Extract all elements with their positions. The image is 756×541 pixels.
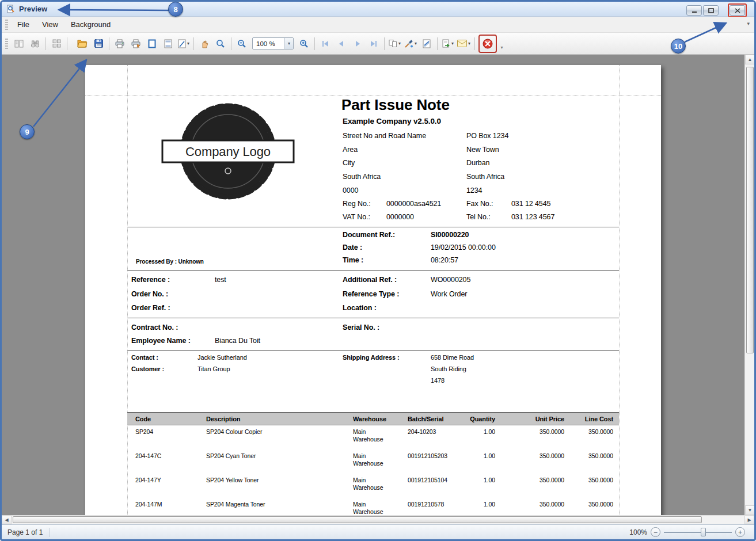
toolbar-separator	[384, 37, 385, 50]
zoom-slider-track[interactable]	[664, 532, 732, 533]
close-button[interactable]	[730, 5, 745, 16]
additional-ref-label: Additional Ref. :	[343, 276, 397, 284]
zoom-in-circle-button[interactable]: +	[735, 527, 745, 537]
save-button[interactable]	[90, 36, 107, 52]
table-row: 204-147MSP204 Magenta TonerMain Warehous…	[127, 498, 619, 515]
toolbar-separator	[314, 37, 315, 50]
scroll-right-icon: ▶	[747, 517, 751, 523]
menu-background[interactable]: Background	[64, 18, 117, 31]
toolbar-separator	[45, 37, 46, 50]
open-button[interactable]	[74, 36, 90, 52]
table-cell: 350.0000	[567, 501, 619, 515]
export-document-button[interactable]: ▾	[440, 36, 455, 52]
scroll-down-icon: ▼	[748, 508, 753, 513]
zoom-slider[interactable]	[664, 527, 732, 537]
menu-view[interactable]: View	[36, 18, 64, 31]
scroll-left-button[interactable]: ◀	[2, 516, 12, 524]
scroll-down-button[interactable]: ▼	[745, 505, 754, 515]
vertical-scrollbar[interactable]: ▲ ▼	[744, 55, 754, 515]
table-header-cell: Unit Price	[498, 416, 567, 422]
next-page-button[interactable]	[349, 36, 366, 52]
horizontal-scrollbar-track[interactable]: ▶	[12, 516, 744, 524]
page-setup-button[interactable]	[144, 36, 160, 52]
fax-no-label: Fax No.:	[466, 200, 511, 208]
scroll-right-button[interactable]: ▶	[744, 516, 754, 524]
toolbar-separator	[109, 37, 109, 50]
page-color-button[interactable]: ▾	[402, 36, 419, 52]
right-margin-guide	[619, 65, 620, 515]
window-controls	[685, 3, 747, 17]
table-cell: 1.00	[462, 501, 498, 515]
watermark-icon	[423, 39, 431, 48]
scroll-up-button[interactable]: ▲	[745, 55, 754, 64]
reference-type-value: Work Order	[431, 290, 467, 298]
document-map-button[interactable]	[11, 36, 27, 52]
minimize-button[interactable]	[686, 5, 702, 16]
first-page-button[interactable]	[317, 36, 333, 52]
send-email-button[interactable]: ▾	[455, 36, 472, 52]
toolbar-grip[interactable]	[5, 39, 8, 49]
table-cell: SP204 Cyan Toner	[200, 452, 347, 474]
processed-by: Processed By : Unknown	[136, 258, 204, 265]
horizontal-scrollbar-thumb[interactable]	[13, 516, 702, 523]
export-document-icon	[442, 39, 450, 48]
menubar-grip[interactable]	[5, 20, 8, 30]
preview-window: Preview File View Background ▾	[0, 0, 756, 541]
table-header-cell: Line Cost	[567, 416, 619, 422]
multiple-pages-button[interactable]: ▾	[387, 36, 402, 52]
table-cell: 1.00	[462, 452, 498, 474]
fax-no-value: 031 12 4545	[511, 200, 550, 208]
toolbar-separator	[474, 37, 475, 50]
toolbar-overflow-button[interactable]: ▾	[498, 36, 506, 52]
zoom-slider-thumb[interactable]	[701, 528, 706, 536]
title-bar[interactable]: Preview	[2, 2, 754, 17]
next-page-icon	[353, 40, 362, 48]
zoom-combo[interactable]: 100 % ▾	[252, 37, 294, 49]
menu-file[interactable]: File	[11, 18, 36, 31]
vertical-scrollbar-thumb[interactable]	[746, 67, 754, 353]
section-divider	[127, 350, 619, 350]
section-divider	[127, 270, 619, 271]
toolbar-separator	[67, 37, 67, 50]
thumbnails-button[interactable]	[48, 36, 64, 52]
quick-print-button[interactable]	[128, 36, 144, 52]
table-cell: 001912105203	[402, 452, 462, 474]
date-value: 19/02/2015 00:00:00	[431, 243, 496, 252]
table-header-cell: Warehouse	[347, 416, 402, 422]
preview-app-icon	[6, 5, 16, 14]
table-cell: SP204 Magenta Toner	[200, 501, 347, 515]
toolbar-options-chevron-icon[interactable]: ▾	[747, 21, 750, 26]
table-cell: 350.0000	[498, 501, 567, 515]
close-icon	[735, 8, 740, 13]
print-button[interactable]	[112, 36, 128, 52]
scale-button[interactable]: ▾	[176, 36, 191, 52]
watermark-button[interactable]	[419, 36, 435, 52]
shipping-line: South Riding	[431, 365, 466, 372]
hand-tool-button[interactable]	[196, 36, 212, 52]
table-cell: 350.0000	[498, 452, 567, 474]
menu-bar: File View Background ▾	[2, 17, 754, 33]
magnifier-button[interactable]	[212, 36, 229, 52]
shipping-address-label: Shipping Address :	[343, 354, 400, 361]
zoom-in-button[interactable]	[296, 36, 312, 52]
preview-area[interactable]: Company Logo Part Issue Note Example Com…	[2, 55, 754, 515]
last-page-button[interactable]	[366, 36, 382, 52]
toolbar: ▾ 100 % ▾	[2, 33, 754, 55]
scroll-left-icon: ◀	[5, 517, 8, 523]
page-setup-icon	[148, 39, 156, 48]
zoom-out-button[interactable]	[234, 36, 250, 52]
tel-no-row: Tel No.:031 123 4567	[466, 213, 554, 221]
chevron-down-icon[interactable]: ▾	[284, 38, 293, 49]
table-cell: SP204	[127, 428, 200, 449]
doc-ref-value: SI00000220	[431, 231, 469, 239]
chevron-down-icon: ▾	[398, 41, 401, 46]
table-cell: 350.0000	[567, 452, 619, 474]
header-footer-button[interactable]	[160, 36, 176, 52]
maximize-button[interactable]	[703, 5, 719, 16]
quick-print-icon	[131, 39, 140, 48]
horizontal-scrollbar[interactable]: ◀ ▶	[2, 515, 754, 524]
close-preview-button[interactable]	[481, 37, 495, 51]
zoom-out-circle-button[interactable]: −	[651, 527, 660, 537]
previous-page-button[interactable]	[333, 36, 349, 52]
search-button[interactable]	[27, 36, 43, 52]
